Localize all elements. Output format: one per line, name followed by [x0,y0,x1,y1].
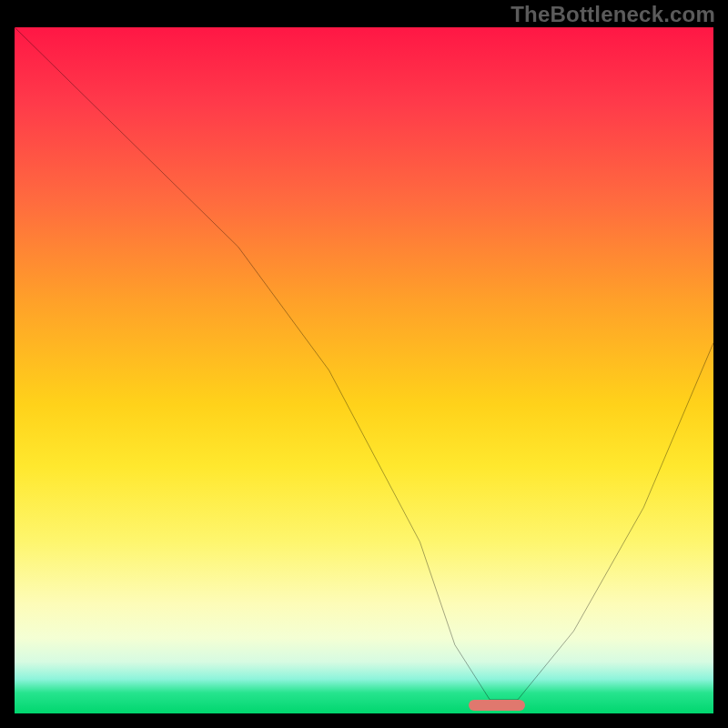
watermark-text: TheBottleneck.com [511,2,715,27]
chart-frame: TheBottleneck.com [0,0,728,728]
optimum-marker [469,700,524,711]
plot-area [15,27,713,713]
bottleneck-curve [15,27,713,713]
